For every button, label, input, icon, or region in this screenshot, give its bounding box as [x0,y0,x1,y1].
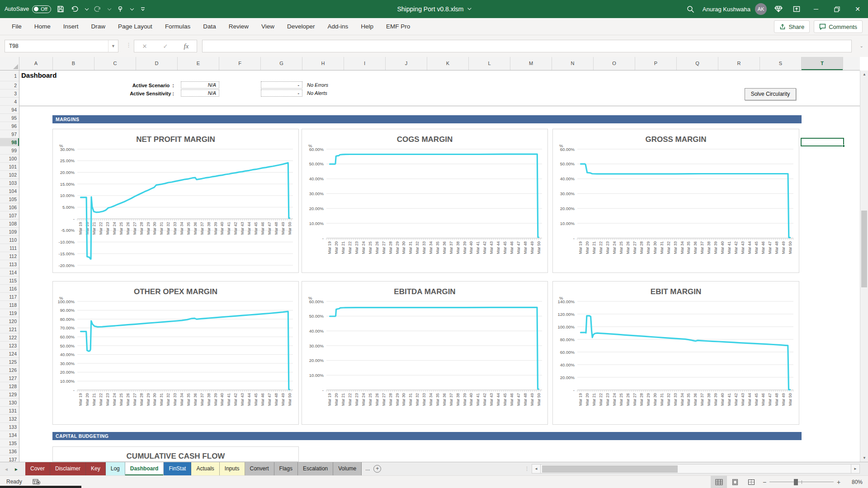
row-header-109[interactable]: 109 [0,228,19,236]
more-sheets[interactable]: ... [362,462,373,476]
row-header-4[interactable]: 4 [0,98,19,106]
chart-other-opex-margin[interactable]: OTHER OPEX MARGIN%100.00%90.00%80.00%70.… [52,281,299,425]
sheet-tab-disclaimer[interactable]: Disclaimer [50,462,86,476]
row-header-124[interactable]: 124 [0,350,19,358]
column-header-F[interactable]: F [219,57,261,70]
row-header-100[interactable]: 100 [0,155,19,163]
vertical-scroll-thumb[interactable] [861,211,867,287]
column-header-T[interactable]: T [802,57,843,70]
row-header-98[interactable]: 98 [0,138,19,146]
row-header-114[interactable]: 114 [0,268,19,277]
row-header-94[interactable]: 94 [0,106,19,114]
column-header-P[interactable]: P [635,57,677,70]
row-header-102[interactable]: 102 [0,171,19,179]
column-header-R[interactable]: R [718,57,760,70]
formula-input[interactable] [202,40,852,52]
row-header-125[interactable]: 125 [0,358,19,366]
minimize-button[interactable]: ─ [806,0,826,18]
row-header-136[interactable]: 136 [0,447,19,455]
row-header-131[interactable]: 131 [0,407,19,415]
ribbon-tab-file[interactable]: File [5,18,28,35]
row-header-134[interactable]: 134 [0,431,19,439]
comments-button[interactable]: Comments [814,20,863,33]
scenario-value-cell[interactable]: N/A [181,89,219,97]
row-header-99[interactable]: 99 [0,146,19,155]
ribbon-tab-emf-pro[interactable]: EMF Pro [380,18,416,35]
ribbon-display-options-icon[interactable] [788,0,806,18]
ribbon-tab-draw[interactable]: Draw [85,18,112,35]
scenario-value-cell[interactable]: N/A [181,81,219,89]
row-header-119[interactable]: 119 [0,309,19,317]
row-header-101[interactable]: 101 [0,163,19,171]
row-header-118[interactable]: 118 [0,301,19,309]
row-header-108[interactable]: 108 [0,220,19,228]
scroll-down-icon[interactable]: ▼ [860,454,868,462]
avatar[interactable]: AK [755,3,767,15]
column-header-C[interactable]: C [94,57,136,70]
row-header-117[interactable]: 117 [0,293,19,301]
row-header-123[interactable]: 123 [0,342,19,350]
page-layout-view-icon[interactable] [727,476,743,488]
name-box-dropdown-icon[interactable]: ▼ [108,40,118,52]
column-header-I[interactable]: I [344,57,386,70]
row-header-97[interactable]: 97 [0,130,19,138]
expand-formula-bar-icon[interactable]: ⌄ [860,43,863,48]
ribbon-tab-help[interactable]: Help [354,18,380,35]
sheet-tab-volume[interactable]: Volume [333,462,362,476]
row-header-122[interactable]: 122 [0,333,19,342]
row-header-137[interactable]: 137 [0,455,19,462]
scenario-flag-cell[interactable]: - [261,81,302,89]
zoom-out-icon[interactable]: − [760,479,769,486]
ribbon-tab-page-layout[interactable]: Page Layout [112,18,159,35]
ribbon-tab-view[interactable]: View [255,18,281,35]
sheet-tab-key[interactable]: Key [86,462,106,476]
column-header-M[interactable]: M [510,57,552,70]
chart-ebitda-margin[interactable]: EBITDA MARGIN%60.00%50.00%40.00%30.00%20… [302,281,548,425]
user-name[interactable]: Anurag Kushwaha [703,6,750,13]
new-sheet-button[interactable]: + [373,465,381,473]
row-header-1[interactable]: 1 [0,70,19,81]
row-header-129[interactable]: 129 [0,390,19,399]
tab-scroll-left-icon[interactable]: ◄ [2,462,11,476]
active-cell-T98[interactable] [801,138,844,146]
solve-circularity-button[interactable]: Solve Circularity [745,88,796,100]
row-header-133[interactable]: 133 [0,423,19,431]
ribbon-tab-formulas[interactable]: Formulas [159,18,197,35]
touch-mode-dropdown-icon[interactable] [130,6,133,10]
insert-function-icon[interactable]: fx [184,42,189,50]
scenario-flag-cell[interactable]: - [261,89,302,97]
column-header-S[interactable]: S [760,57,802,70]
row-header-104[interactable]: 104 [0,187,19,195]
ribbon-tab-home[interactable]: Home [28,18,57,35]
row-header-120[interactable]: 120 [0,317,19,325]
sheet-tab-inputs[interactable]: Inputs [220,462,245,476]
sheet-tab-convert[interactable]: Convert [245,462,274,476]
share-button[interactable]: Share [774,20,810,33]
column-header-Q[interactable]: Q [677,57,718,70]
column-header-D[interactable]: D [136,57,178,70]
row-header-107[interactable]: 107 [0,211,19,220]
row-header-132[interactable]: 132 [0,415,19,423]
row-header-115[interactable]: 115 [0,277,19,285]
row-header-3[interactable]: 3 [0,89,19,98]
zoom-slider[interactable] [769,478,834,486]
column-header-O[interactable]: O [594,57,635,70]
sheet-tab-cover[interactable]: Cover [25,462,50,476]
document-title[interactable]: Shipping Port v0.8.xlsm [397,0,471,18]
sheet-tab-actuals[interactable]: Actuals [191,462,219,476]
row-header-116[interactable]: 116 [0,285,19,293]
horizontal-scrollbar[interactable] [541,464,851,474]
row-header-126[interactable]: 126 [0,366,19,374]
restore-button[interactable] [826,0,847,18]
zoom-in-icon[interactable]: + [834,479,844,486]
chart-net-profit-margin[interactable]: NET PROFIT MARGIN%30.00%25.00%20.00%15.0… [52,129,299,273]
row-header-110[interactable]: 110 [0,236,19,244]
row-header-128[interactable]: 128 [0,382,19,390]
customize-qat-icon[interactable] [138,4,148,14]
column-header-A[interactable]: A [19,57,53,70]
chart-gross-margin[interactable]: GROSS MARGIN%60.00%50.00%40.00%30.00%20.… [552,129,799,273]
touch-mode-icon[interactable] [115,4,125,14]
ribbon-tab-insert[interactable]: Insert [57,18,85,35]
column-header-J[interactable]: J [386,57,427,70]
row-header-103[interactable]: 103 [0,179,19,187]
